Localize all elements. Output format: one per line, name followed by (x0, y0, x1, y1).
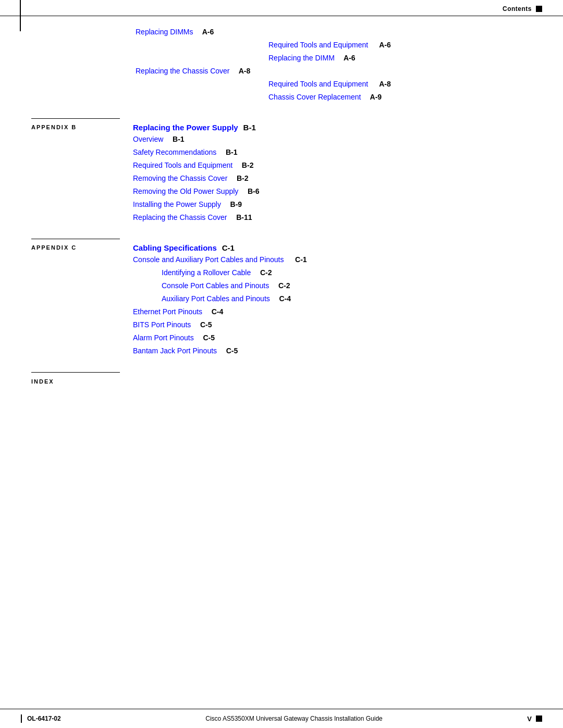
toc-page-console-pinouts: C-2 (272, 280, 290, 291)
toc-page-replacing-dimm: A-6 (338, 53, 356, 64)
footer-square-icon (536, 715, 542, 722)
toc-link-tools-chassis-a[interactable]: Required Tools and Equipment (268, 79, 368, 90)
appendix-c-divider (31, 239, 120, 239)
toc-link-aux-pinouts[interactable]: Auxiliary Port Cables and Pinouts (162, 293, 270, 304)
toc-page-console-aux: C-1 (287, 254, 307, 265)
appendix-b-divider (31, 118, 120, 119)
appendix-b-title-link[interactable]: Replacing the Power Supply (133, 123, 238, 132)
footer-left-bar-icon (21, 714, 22, 723)
footer-left: OL-6417-02 (21, 714, 61, 723)
toc-link-chassis-cover-replacement[interactable]: Chassis Cover Replacement (268, 92, 361, 103)
toc-entry-tools-chassis-a: Required Tools and Equipment A-8 (268, 79, 532, 90)
toc-page-ethernet: C-4 (205, 306, 223, 317)
toc-entry-tools-b: Required Tools and Equipment B-2 (133, 160, 532, 171)
footer-doc-number: OL-6417-02 (27, 715, 61, 722)
toc-link-bits[interactable]: BITS Port Pinouts (133, 319, 191, 330)
toc-page-chassis-cover-a: A-8 (233, 66, 251, 77)
toc-page-aux-pinouts: C-4 (273, 293, 291, 304)
chassis-cover-a-sub: Required Tools and Equipment A-8 Chassis… (268, 79, 532, 103)
toc-entry-tools-dimms: Required Tools and Equipment A-6 (268, 40, 532, 51)
toc-page-safety: B-1 (219, 147, 237, 158)
toc-entry-alarm: Alarm Port Pinouts C-5 (133, 332, 532, 343)
appendix-c-title-link[interactable]: Cabling Specifications (133, 243, 217, 252)
toc-link-replacing-dimms[interactable]: Replacing DIMMs (136, 27, 193, 38)
toc-link-installing-power[interactable]: Installing the Power Supply (133, 199, 221, 210)
page-header: Contents (0, 0, 563, 16)
toc-page-alarm: C-5 (197, 332, 215, 343)
appendix-b-row: APPENDIX B Replacing the Power Supply B-… (31, 123, 532, 132)
toc-entry-bantam: Bantam Jack Port Pinouts C-5 (133, 346, 532, 356)
toc-entry-console-pinouts: Console Port Cables and Pinouts C-2 (162, 280, 532, 291)
toc-link-ethernet[interactable]: Ethernet Port Pinouts (133, 306, 202, 317)
toc-link-tools-dimms[interactable]: Required Tools and Equipment (268, 40, 368, 51)
toc-entry-ethernet: Ethernet Port Pinouts C-4 (133, 306, 532, 317)
toc-page-replacing-dimms: A-6 (196, 27, 214, 38)
index-section: INDEX (31, 372, 532, 385)
toc-page-overview: B-1 (166, 134, 184, 145)
toc-entry-replacing-dimms: Replacing DIMMs A-6 (136, 27, 532, 38)
appendix-a-continuation: Replacing DIMMs A-6 Required Tools and E… (136, 27, 532, 103)
toc-link-console-aux[interactable]: Console and Auxiliary Port Cables and Pi… (133, 254, 284, 265)
toc-entry-replacing-dimm: Replacing the DIMM A-6 (268, 53, 532, 64)
index-divider (31, 372, 120, 373)
toc-link-tools-b[interactable]: Required Tools and Equipment (133, 160, 232, 171)
toc-page-replacing-chassis-b: B-11 (230, 212, 252, 223)
toc-link-safety[interactable]: Safety Recommendations (133, 147, 216, 158)
toc-page-removing-chassis-b: B-2 (230, 173, 248, 184)
toc-entry-console-aux: Console and Auxiliary Port Cables and Pi… (133, 254, 532, 265)
toc-link-replacing-chassis-b[interactable]: Replacing the Chassis Cover (133, 212, 227, 223)
page-container: Contents Replacing DIMMs A-6 Required To… (0, 0, 563, 728)
toc-page-removing-power: B-6 (241, 186, 259, 197)
toc-entry-installing-power: Installing the Power Supply B-9 (133, 199, 532, 210)
toc-link-overview[interactable]: Overview (133, 134, 163, 145)
toc-entry-aux-pinouts: Auxiliary Port Cables and Pinouts C-4 (162, 293, 532, 304)
toc-page-tools-b: B-2 (236, 160, 253, 171)
appendix-c-row: APPENDIX C Cabling Specifications C-1 (31, 243, 532, 252)
appendix-c-label: APPENDIX C (31, 243, 133, 251)
toc-entry-bits: BITS Port Pinouts C-5 (133, 319, 532, 330)
toc-entry-overview: Overview B-1 (133, 134, 532, 145)
appendix-b-section: APPENDIX B Replacing the Power Supply B-… (31, 118, 532, 223)
appendix-b-title-page: B-1 (243, 123, 256, 132)
toc-entry-rollover: Identifying a Rollover Cable C-2 (162, 267, 532, 278)
toc-entry-safety: Safety Recommendations B-1 (133, 147, 532, 158)
toc-link-removing-chassis-b[interactable]: Removing the Chassis Cover (133, 173, 227, 184)
toc-page-installing-power: B-9 (224, 199, 242, 210)
appendix-c-section: APPENDIX C Cabling Specifications C-1 Co… (31, 239, 532, 356)
console-aux-sub: Identifying a Rollover Cable C-2 Console… (162, 267, 532, 304)
toc-link-alarm[interactable]: Alarm Port Pinouts (133, 332, 194, 343)
toc-entry-removing-power: Removing the Old Power Supply B-6 (133, 186, 532, 197)
toc-entry-replacing-chassis-b: Replacing the Chassis Cover B-11 (133, 212, 532, 223)
toc-link-rollover[interactable]: Identifying a Rollover Cable (162, 267, 251, 278)
toc-entry-chassis-cover-a: Replacing the Chassis Cover A-8 (136, 66, 532, 77)
appendix-c-title-block: Cabling Specifications C-1 (133, 243, 235, 252)
header-square-icon (536, 6, 542, 12)
appendix-b-entries: Overview B-1 Safety Recommendations B-1 … (133, 134, 532, 223)
page-footer: OL-6417-02 Cisco AS5350XM Universal Gate… (0, 709, 563, 728)
footer-right: V (527, 715, 542, 723)
toc-entry-removing-chassis-b: Removing the Chassis Cover B-2 (133, 173, 532, 184)
footer-page-number: V (527, 715, 532, 723)
toc-link-replacing-dimm[interactable]: Replacing the DIMM (268, 53, 335, 64)
replacing-dimms-sub: Required Tools and Equipment A-6 Replaci… (268, 40, 532, 64)
toc-page-bits: C-5 (194, 319, 212, 330)
appendix-b-title-block: Replacing the Power Supply B-1 (133, 123, 256, 132)
toc-entry-chassis-cover-replacement: Chassis Cover Replacement A-9 (268, 92, 532, 103)
toc-page-tools-chassis-a: A-8 (371, 79, 391, 90)
index-label: INDEX (31, 378, 54, 385)
header-title: Contents (503, 5, 532, 13)
toc-page-rollover: C-2 (254, 267, 272, 278)
toc-link-console-pinouts[interactable]: Console Port Cables and Pinouts (162, 280, 269, 291)
footer-center-text: Cisco AS5350XM Universal Gateway Chassis… (205, 715, 383, 722)
main-content: Replacing DIMMs A-6 Required Tools and E… (0, 16, 563, 416)
appendix-c-entries: Console and Auxiliary Port Cables and Pi… (133, 254, 532, 356)
toc-link-removing-power[interactable]: Removing the Old Power Supply (133, 186, 238, 197)
appendix-b-label: APPENDIX B (31, 123, 133, 130)
toc-page-tools-dimms: A-6 (371, 40, 391, 51)
toc-page-bantam: C-5 (220, 346, 238, 356)
toc-link-chassis-cover-a[interactable]: Replacing the Chassis Cover (136, 66, 230, 77)
toc-page-chassis-cover-replacement: A-9 (364, 92, 382, 103)
appendix-c-title-page: C-1 (222, 243, 235, 252)
toc-link-bantam[interactable]: Bantam Jack Port Pinouts (133, 346, 217, 356)
